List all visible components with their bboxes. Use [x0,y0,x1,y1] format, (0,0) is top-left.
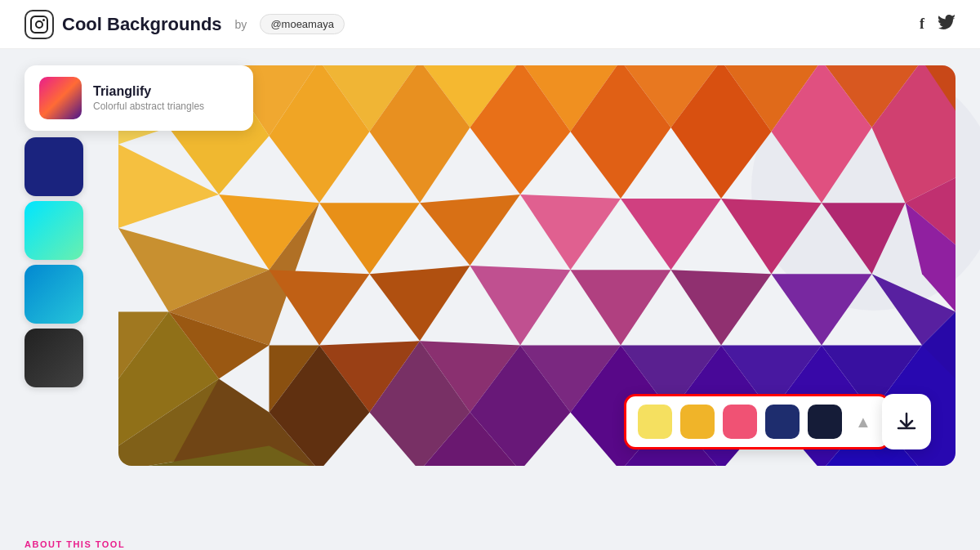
sidebar-featured-thumb [39,77,82,119]
sidebar-featured-title: Trianglify [93,84,204,99]
header-left: Cool Backgrounds by @moeamaya [24,10,345,39]
svg-rect-0 [31,16,47,33]
header: Cool Backgrounds by @moeamaya f [0,0,980,49]
by-text: by [235,18,247,31]
main-area: Trianglify Colorful abstract triangles [0,49,980,523]
svg-point-2 [42,19,45,21]
swatch-dark-navy[interactable] [808,405,842,439]
svg-marker-29 [822,203,906,274]
bottom-section: ABOUT THIS TOOL Cool Backgrounds [0,523,980,550]
header-right: f [920,14,956,34]
svg-marker-37 [671,270,772,345]
sidebar-item-teal[interactable] [24,265,83,324]
swatch-yellow[interactable] [680,405,715,439]
sidebar-item-green[interactable] [24,201,83,260]
svg-marker-38 [772,274,872,345]
svg-point-1 [36,21,42,28]
twitter-icon[interactable] [938,14,956,34]
svg-marker-27 [621,199,721,270]
svg-marker-34 [370,266,470,341]
svg-marker-28 [721,199,822,274]
download-icon [895,410,918,433]
sidebar-item-dark[interactable] [24,329,83,387]
sidebar-featured-subtitle: Colorful abstract triangles [93,101,204,112]
download-button[interactable] [882,394,931,449]
palette-bar: ▲ [624,394,890,449]
sidebar-item-blue[interactable] [24,137,83,196]
svg-marker-35 [470,266,571,345]
facebook-icon[interactable]: f [920,16,924,33]
swatch-yellow-light[interactable] [638,405,672,439]
palette-triangle-btn[interactable]: ▲ [850,409,876,435]
about-label: ABOUT THIS TOOL [24,539,956,549]
sidebar-small-items [24,137,253,387]
svg-marker-36 [571,270,671,345]
svg-marker-25 [420,195,520,266]
author-badge[interactable]: @moeamaya [260,14,345,34]
swatch-navy[interactable] [765,405,800,439]
swatch-pink[interactable] [723,405,757,439]
svg-marker-26 [520,195,621,270]
app-title: Cool Backgrounds [62,14,222,35]
sidebar: Trianglify Colorful abstract triangles [24,65,253,387]
svg-marker-33 [270,270,370,345]
svg-marker-24 [319,203,420,274]
sidebar-featured-item[interactable]: Trianglify Colorful abstract triangles [24,65,253,131]
sidebar-featured-label: Trianglify Colorful abstract triangles [93,84,204,112]
logo-icon [24,10,54,39]
